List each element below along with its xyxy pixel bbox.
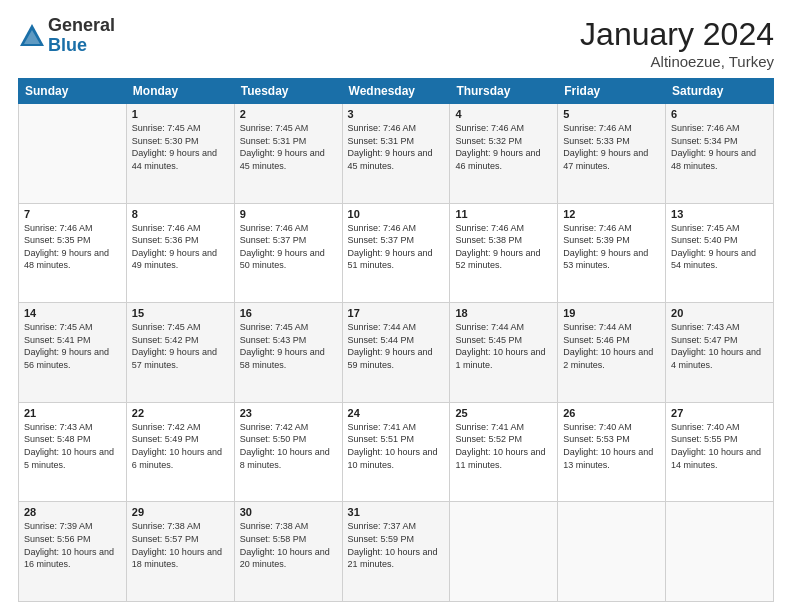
day-number: 13 — [671, 208, 768, 220]
calendar-cell — [450, 502, 558, 602]
calendar-week-2: 7Sunrise: 7:46 AMSunset: 5:35 PMDaylight… — [19, 203, 774, 303]
day-number: 22 — [132, 407, 229, 419]
day-number: 9 — [240, 208, 337, 220]
day-info: Sunrise: 7:38 AMSunset: 5:58 PMDaylight:… — [240, 520, 337, 570]
day-info: Sunrise: 7:43 AMSunset: 5:47 PMDaylight:… — [671, 321, 768, 371]
calendar-cell: 29Sunrise: 7:38 AMSunset: 5:57 PMDayligh… — [126, 502, 234, 602]
day-number: 14 — [24, 307, 121, 319]
day-info: Sunrise: 7:41 AMSunset: 5:52 PMDaylight:… — [455, 421, 552, 471]
location-title: Altinoezue, Turkey — [580, 53, 774, 70]
logo-blue: Blue — [48, 36, 115, 56]
calendar-page: General Blue January 2024 Altinoezue, Tu… — [0, 0, 792, 612]
day-number: 19 — [563, 307, 660, 319]
day-number: 8 — [132, 208, 229, 220]
day-number: 4 — [455, 108, 552, 120]
calendar-cell: 4Sunrise: 7:46 AMSunset: 5:32 PMDaylight… — [450, 104, 558, 204]
day-info: Sunrise: 7:43 AMSunset: 5:48 PMDaylight:… — [24, 421, 121, 471]
day-info: Sunrise: 7:46 AMSunset: 5:35 PMDaylight:… — [24, 222, 121, 272]
calendar-cell: 27Sunrise: 7:40 AMSunset: 5:55 PMDayligh… — [666, 402, 774, 502]
day-number: 29 — [132, 506, 229, 518]
day-info: Sunrise: 7:44 AMSunset: 5:45 PMDaylight:… — [455, 321, 552, 371]
day-info: Sunrise: 7:44 AMSunset: 5:44 PMDaylight:… — [348, 321, 445, 371]
logo-text: General Blue — [48, 16, 115, 56]
day-info: Sunrise: 7:45 AMSunset: 5:41 PMDaylight:… — [24, 321, 121, 371]
calendar-cell: 14Sunrise: 7:45 AMSunset: 5:41 PMDayligh… — [19, 303, 127, 403]
day-info: Sunrise: 7:40 AMSunset: 5:53 PMDaylight:… — [563, 421, 660, 471]
day-info: Sunrise: 7:45 AMSunset: 5:40 PMDaylight:… — [671, 222, 768, 272]
calendar-cell: 28Sunrise: 7:39 AMSunset: 5:56 PMDayligh… — [19, 502, 127, 602]
calendar-cell: 24Sunrise: 7:41 AMSunset: 5:51 PMDayligh… — [342, 402, 450, 502]
day-number: 25 — [455, 407, 552, 419]
col-wednesday: Wednesday — [342, 79, 450, 104]
calendar-cell: 2Sunrise: 7:45 AMSunset: 5:31 PMDaylight… — [234, 104, 342, 204]
day-info: Sunrise: 7:46 AMSunset: 5:39 PMDaylight:… — [563, 222, 660, 272]
day-number: 15 — [132, 307, 229, 319]
day-info: Sunrise: 7:46 AMSunset: 5:31 PMDaylight:… — [348, 122, 445, 172]
day-number: 20 — [671, 307, 768, 319]
day-number: 10 — [348, 208, 445, 220]
day-number: 23 — [240, 407, 337, 419]
day-number: 31 — [348, 506, 445, 518]
day-info: Sunrise: 7:41 AMSunset: 5:51 PMDaylight:… — [348, 421, 445, 471]
day-info: Sunrise: 7:45 AMSunset: 5:43 PMDaylight:… — [240, 321, 337, 371]
logo-icon — [18, 22, 46, 50]
day-number: 12 — [563, 208, 660, 220]
day-number: 11 — [455, 208, 552, 220]
calendar-cell: 3Sunrise: 7:46 AMSunset: 5:31 PMDaylight… — [342, 104, 450, 204]
calendar-week-3: 14Sunrise: 7:45 AMSunset: 5:41 PMDayligh… — [19, 303, 774, 403]
day-number: 28 — [24, 506, 121, 518]
day-info: Sunrise: 7:46 AMSunset: 5:37 PMDaylight:… — [240, 222, 337, 272]
day-info: Sunrise: 7:46 AMSunset: 5:34 PMDaylight:… — [671, 122, 768, 172]
calendar-cell — [558, 502, 666, 602]
day-number: 6 — [671, 108, 768, 120]
day-number: 26 — [563, 407, 660, 419]
logo-area: General Blue — [18, 16, 115, 56]
day-info: Sunrise: 7:46 AMSunset: 5:37 PMDaylight:… — [348, 222, 445, 272]
calendar-cell: 7Sunrise: 7:46 AMSunset: 5:35 PMDaylight… — [19, 203, 127, 303]
calendar-cell: 31Sunrise: 7:37 AMSunset: 5:59 PMDayligh… — [342, 502, 450, 602]
calendar-cell: 20Sunrise: 7:43 AMSunset: 5:47 PMDayligh… — [666, 303, 774, 403]
calendar-week-5: 28Sunrise: 7:39 AMSunset: 5:56 PMDayligh… — [19, 502, 774, 602]
day-info: Sunrise: 7:45 AMSunset: 5:30 PMDaylight:… — [132, 122, 229, 172]
col-saturday: Saturday — [666, 79, 774, 104]
month-title: January 2024 — [580, 16, 774, 53]
day-number: 27 — [671, 407, 768, 419]
calendar-cell: 12Sunrise: 7:46 AMSunset: 5:39 PMDayligh… — [558, 203, 666, 303]
calendar-cell: 13Sunrise: 7:45 AMSunset: 5:40 PMDayligh… — [666, 203, 774, 303]
title-area: January 2024 Altinoezue, Turkey — [580, 16, 774, 70]
calendar-cell: 15Sunrise: 7:45 AMSunset: 5:42 PMDayligh… — [126, 303, 234, 403]
calendar-cell: 30Sunrise: 7:38 AMSunset: 5:58 PMDayligh… — [234, 502, 342, 602]
header: General Blue January 2024 Altinoezue, Tu… — [18, 16, 774, 70]
day-info: Sunrise: 7:44 AMSunset: 5:46 PMDaylight:… — [563, 321, 660, 371]
calendar-cell — [19, 104, 127, 204]
day-info: Sunrise: 7:37 AMSunset: 5:59 PMDaylight:… — [348, 520, 445, 570]
day-info: Sunrise: 7:46 AMSunset: 5:32 PMDaylight:… — [455, 122, 552, 172]
day-number: 17 — [348, 307, 445, 319]
calendar-week-1: 1Sunrise: 7:45 AMSunset: 5:30 PMDaylight… — [19, 104, 774, 204]
day-number: 16 — [240, 307, 337, 319]
calendar-cell: 10Sunrise: 7:46 AMSunset: 5:37 PMDayligh… — [342, 203, 450, 303]
logo-general: General — [48, 16, 115, 36]
day-info: Sunrise: 7:45 AMSunset: 5:42 PMDaylight:… — [132, 321, 229, 371]
day-info: Sunrise: 7:45 AMSunset: 5:31 PMDaylight:… — [240, 122, 337, 172]
calendar-cell — [666, 502, 774, 602]
day-number: 5 — [563, 108, 660, 120]
calendar-cell: 16Sunrise: 7:45 AMSunset: 5:43 PMDayligh… — [234, 303, 342, 403]
col-thursday: Thursday — [450, 79, 558, 104]
day-info: Sunrise: 7:39 AMSunset: 5:56 PMDaylight:… — [24, 520, 121, 570]
header-row: Sunday Monday Tuesday Wednesday Thursday… — [19, 79, 774, 104]
day-info: Sunrise: 7:40 AMSunset: 5:55 PMDaylight:… — [671, 421, 768, 471]
calendar-table: Sunday Monday Tuesday Wednesday Thursday… — [18, 78, 774, 602]
day-info: Sunrise: 7:46 AMSunset: 5:38 PMDaylight:… — [455, 222, 552, 272]
day-number: 7 — [24, 208, 121, 220]
calendar-cell: 5Sunrise: 7:46 AMSunset: 5:33 PMDaylight… — [558, 104, 666, 204]
calendar-cell: 9Sunrise: 7:46 AMSunset: 5:37 PMDaylight… — [234, 203, 342, 303]
col-friday: Friday — [558, 79, 666, 104]
day-number: 18 — [455, 307, 552, 319]
col-monday: Monday — [126, 79, 234, 104]
day-info: Sunrise: 7:42 AMSunset: 5:49 PMDaylight:… — [132, 421, 229, 471]
calendar-cell: 26Sunrise: 7:40 AMSunset: 5:53 PMDayligh… — [558, 402, 666, 502]
day-number: 21 — [24, 407, 121, 419]
calendar-cell: 6Sunrise: 7:46 AMSunset: 5:34 PMDaylight… — [666, 104, 774, 204]
calendar-cell: 8Sunrise: 7:46 AMSunset: 5:36 PMDaylight… — [126, 203, 234, 303]
